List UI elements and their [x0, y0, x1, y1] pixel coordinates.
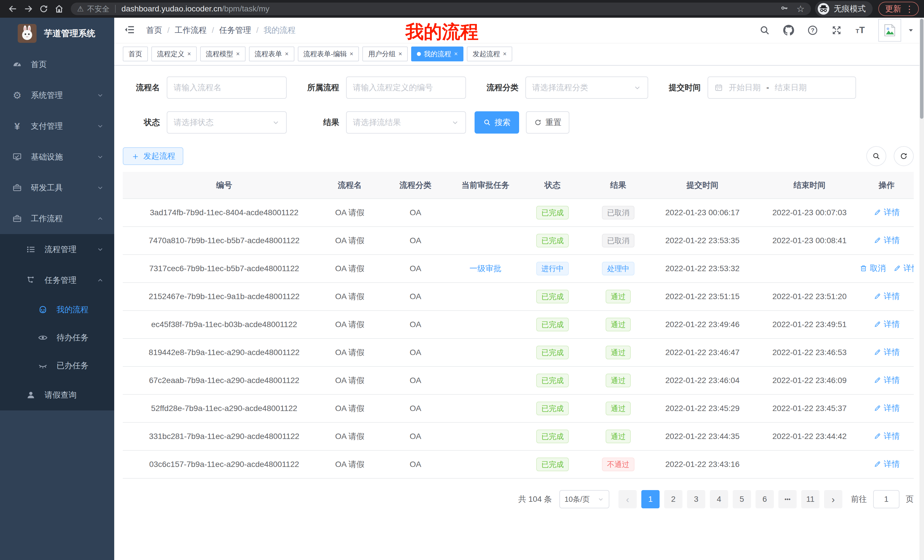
font-size-icon[interactable]: TT — [854, 24, 867, 36]
tab[interactable]: 流程表单× — [249, 46, 294, 61]
cell-id: 2152467e-7b9b-11ec-9a1b-acde48001122 — [123, 283, 326, 310]
date-range-picker[interactable]: 开始日期 - 结束日期 — [708, 76, 856, 99]
detail-button[interactable]: 详情 — [873, 207, 900, 218]
result-select[interactable]: 请选择流结果 — [346, 111, 466, 133]
scrollbar-thumb[interactable] — [920, 19, 923, 119]
detail-button[interactable]: 详情 — [873, 375, 900, 386]
search-icon — [872, 152, 880, 160]
close-icon[interactable]: × — [398, 50, 402, 58]
tab[interactable]: 流程模型× — [200, 46, 246, 61]
reset-button[interactable]: 重置 — [526, 111, 569, 133]
more-pages-button[interactable]: ••• — [778, 490, 796, 508]
page-button[interactable]: 6 — [756, 490, 774, 508]
show-search-toggle-button[interactable] — [866, 146, 886, 166]
cell-current-task — [457, 199, 514, 227]
browser-reload-icon[interactable] — [36, 1, 51, 16]
page-button[interactable]: 2 — [664, 490, 682, 508]
browser-home-icon[interactable] — [51, 1, 67, 16]
sidebar-item[interactable]: 我的流程 — [0, 296, 114, 324]
sidebar-item[interactable]: ¥支付管理 — [0, 111, 114, 142]
sidebar-item[interactable]: 请假查询 — [0, 380, 114, 410]
detail-button[interactable]: 详情 — [893, 263, 914, 274]
close-icon[interactable]: × — [350, 50, 354, 58]
detail-button[interactable]: 详情 — [873, 319, 900, 329]
tab[interactable]: 我的流程× — [411, 46, 464, 61]
help-icon[interactable]: ? — [806, 24, 819, 36]
browser-forward-icon[interactable] — [21, 1, 36, 16]
edit-icon — [873, 208, 882, 216]
tab[interactable]: 首页 — [123, 46, 148, 61]
sidebar-item[interactable]: 研发工具 — [0, 172, 114, 203]
sidebar-item[interactable]: 基础设施 — [0, 142, 114, 172]
detail-button[interactable]: 详情 — [873, 291, 900, 302]
header-search-icon[interactable] — [758, 24, 771, 36]
breadcrumb-task[interactable]: 任务管理 — [219, 25, 251, 36]
status-select[interactable]: 请选择状态 — [167, 111, 286, 133]
detail-button[interactable]: 详情 — [873, 403, 900, 413]
browser-back-icon[interactable] — [5, 1, 21, 16]
process-category-select[interactable]: 请选择流程分类 — [525, 76, 648, 99]
sidebar-item[interactable]: ⚙系统管理 — [0, 80, 114, 111]
avatar-caret-icon[interactable] — [908, 27, 914, 34]
cell-result: 不通过 — [591, 451, 645, 478]
sidebar-menu: 首页⚙系统管理¥支付管理基础设施研发工具工作流程流程管理任务管理我的流程待办任务… — [0, 49, 114, 410]
page-scrollbar[interactable] — [920, 18, 924, 560]
page-button[interactable]: 11 — [801, 490, 819, 508]
next-page-button[interactable]: › — [824, 490, 842, 508]
prev-page-button[interactable]: ‹ — [618, 490, 637, 508]
search-button[interactable]: 搜索 — [475, 111, 519, 133]
close-icon[interactable]: × — [285, 50, 289, 58]
cell-category: OA — [374, 422, 457, 451]
address-bar[interactable]: ⚠ 不安全 dashboard.yudao.iocoder.cn/bpm/tas… — [71, 3, 811, 15]
detail-button[interactable]: 详情 — [873, 459, 900, 470]
goto-page-input[interactable] — [873, 490, 900, 508]
tab[interactable]: 流程表单-编辑× — [298, 46, 359, 61]
status-badge: 已完成 — [536, 206, 569, 220]
detail-button[interactable]: 详情 — [873, 431, 900, 442]
filter-row-1: 流程名 所属流程 流程分类 请选择流程分类 — [123, 76, 914, 99]
detail-button[interactable]: 详情 — [873, 235, 900, 246]
refresh-table-button[interactable] — [894, 146, 914, 166]
close-icon[interactable]: × — [188, 50, 191, 58]
tab[interactable]: 流程定义× — [152, 46, 197, 61]
fullscreen-icon[interactable] — [830, 24, 843, 36]
tab[interactable]: 用户分组× — [362, 46, 408, 61]
sidebar-item[interactable]: 已办任务 — [0, 352, 114, 380]
avatar[interactable] — [878, 19, 901, 42]
sidebar-collapse-icon[interactable] — [124, 24, 136, 36]
page-button[interactable]: 3 — [687, 490, 705, 508]
cell-status: 进行中 — [514, 255, 591, 283]
breadcrumb-home[interactable]: 首页 — [146, 25, 162, 36]
current-task-link[interactable]: 一级审批 — [470, 263, 501, 274]
cell-actions: 详情 — [860, 422, 914, 451]
sidebar-item[interactable]: 流程管理 — [0, 234, 114, 265]
page-button[interactable]: 4 — [710, 490, 728, 508]
close-icon[interactable]: × — [503, 50, 507, 58]
page-size-select[interactable]: 10条/页 — [560, 490, 609, 508]
github-icon[interactable] — [782, 24, 795, 36]
sidebar-item[interactable]: 待办任务 — [0, 324, 114, 352]
bookmark-star-icon[interactable]: ☆ — [796, 3, 805, 14]
process-definition-input[interactable] — [346, 76, 466, 99]
sidebar-item[interactable]: 工作流程 — [0, 203, 114, 234]
process-name-input[interactable] — [167, 76, 286, 99]
browser-update-button[interactable]: 更新 ⋮ — [878, 2, 919, 16]
sidebar-item[interactable]: 首页 — [0, 49, 114, 80]
cancel-button[interactable]: 取消 — [860, 263, 886, 274]
page-button[interactable]: 5 — [733, 490, 751, 508]
cell-id: 331bc281-7b9a-11ec-a290-acde48001122 — [123, 422, 326, 451]
detail-button[interactable]: 详情 — [873, 347, 900, 358]
create-process-button[interactable]: ＋ 发起流程 — [123, 147, 183, 165]
breadcrumb-current: 我的流程 — [264, 25, 296, 36]
sidebar-item-label: 任务管理 — [45, 275, 76, 286]
breadcrumb: 首页/ 工作流程/ 任务管理/ 我的流程 — [146, 25, 296, 36]
page-button[interactable]: 1 — [641, 490, 660, 508]
app-logo[interactable]: 芋道管理系统 — [0, 18, 114, 49]
browser-menu-icon[interactable]: ⋮ — [905, 4, 914, 14]
sidebar-item[interactable]: 任务管理 — [0, 265, 114, 296]
key-icon[interactable] — [780, 4, 789, 14]
close-icon[interactable]: × — [236, 50, 240, 58]
close-icon[interactable]: × — [454, 50, 458, 58]
breadcrumb-workflow[interactable]: 工作流程 — [175, 25, 207, 36]
tab[interactable]: 发起流程× — [467, 46, 512, 61]
